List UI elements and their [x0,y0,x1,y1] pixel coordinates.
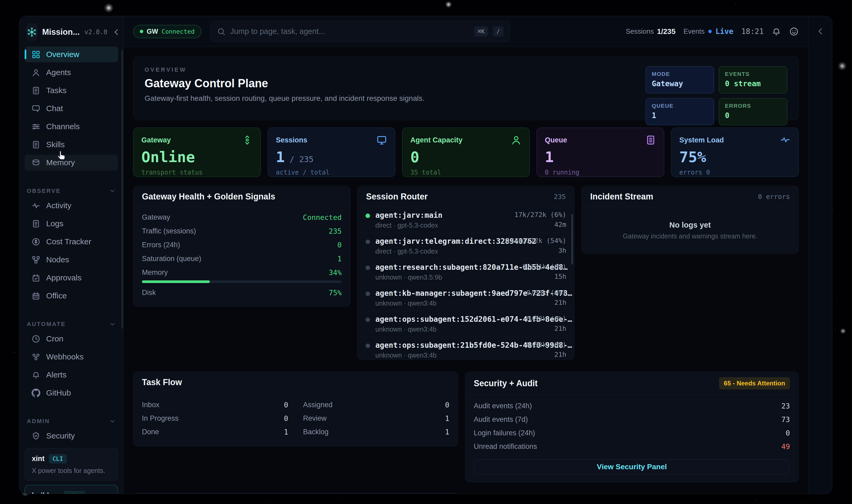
sidebar-item-agents[interactable]: Agents [25,65,118,80]
view-security-panel-button[interactable]: View Security Panel [474,459,790,474]
events-label: Events [684,27,705,36]
taskflow-col-left: Inbox0 In Progress0 Done1 [142,398,288,439]
empty-title: No logs yet [669,221,711,230]
health-row: GatewayConnected [142,210,342,224]
session-row[interactable]: agent:jarv:telegram:direct:328940762dire… [358,233,574,259]
right-panel-toggle[interactable] [816,27,825,36]
security-row: Login failures (24h)0 [474,426,790,440]
panel-title: Incident Stream [590,192,653,202]
panel-title: Security + Audit [474,378,538,388]
user-icon [32,68,40,77]
session-row[interactable]: agent:jarv:maindirect · gpt-5.3-codex 17… [358,207,574,233]
sidebar-header: Mission... v2.0.0 [25,22,118,47]
sidebar-item-nodes[interactable]: Nodes [25,252,118,268]
taskflow-row: In Progress0 [142,412,288,425]
clipped-bottom-panel [133,493,458,494]
badge-label: EVENTS [725,71,781,77]
chevron-left-icon [816,27,825,36]
sidebar-item-label: Agents [46,68,71,77]
sidebar-item-label: Channels [46,122,80,131]
session-row[interactable]: agent:ops:subagent:21b5fd0e-524b-48f0-99… [358,337,574,360]
topbar: GW Connected ⌘K / Sessions 1/235 Events … [124,16,808,47]
sidebar-item-alerts[interactable]: Alerts [25,367,118,383]
sessions-count: 1/235 [657,27,676,36]
sidebar-item-logs[interactable]: Logs [25,216,118,232]
star-glow [840,328,846,334]
session-row[interactable]: agent:ops:subagent:152d2061-e074-41fb-8e… [358,311,574,337]
promo-card-xint[interactable]: xint CLI X power tools for agents. [25,448,118,481]
network-logo-icon [26,27,37,37]
stat-card-gateway[interactable]: Gateway Online transport status [133,128,261,177]
notifications-button[interactable] [772,27,781,36]
security-audit-panel: Security + Audit 65 - Needs Attention Au… [465,372,799,482]
global-search[interactable]: ⌘K / [210,21,510,42]
sidebar-item-memory[interactable]: Memory [25,155,118,170]
promo-header: xint CLI [32,454,111,463]
chevron-down-icon [109,418,116,425]
stat-card-agent-capacity[interactable]: Agent Capacity 0 35 total [402,128,530,177]
sidebar-item-approvals[interactable]: Approvals [25,270,118,286]
health-row-disk: Disk75% [142,286,342,300]
sidebar-item-label: Chat [46,104,63,113]
section-admin[interactable]: ADMIN [27,418,116,425]
app-window: Mission... v2.0.0 Overview Agents Tasks [19,16,832,494]
gateway-connected-badge[interactable]: GW Connected [133,25,201,38]
sidebar-item-activity[interactable]: Activity [25,198,118,214]
section-observe[interactable]: OBSERVE [27,187,116,195]
empty-subtitle: Gateway incidents and warnings stream he… [623,232,757,240]
file-text-icon [32,86,40,95]
stat-label: Gateway [141,136,171,144]
sidebar-item-skills[interactable]: Skills [25,137,118,152]
sidebar-nav: Overview Agents Tasks Chat Channels Skil… [25,47,118,170]
sidebar-item-webhooks[interactable]: Webhooks [25,349,118,365]
panel-row: Gateway Health + Golden Signals GatewayC… [133,186,799,360]
hand-cursor [56,150,67,161]
page-subtitle: Gateway-first health, session routing, q… [145,94,424,103]
page-title: Gateway Control Plane [145,76,411,90]
sidebar-item-github[interactable]: GitHub [25,385,118,401]
session-row[interactable]: agent:research:subagent:820a711e-db5b-4e… [358,259,574,285]
sidebar-item-chat[interactable]: Chat [25,101,118,116]
sidebar-item-cost-tracker[interactable]: Cost Tracker [25,234,118,250]
health-row: Saturation (queue)1 [142,252,342,266]
stat-value: Online [141,150,253,164]
sidebar-item-tasks[interactable]: Tasks [25,83,118,98]
sidebar-item-security[interactable]: Security [25,428,118,444]
bell-icon [32,371,40,379]
gw-status: Connected [162,28,195,35]
shortcut-cmd-k: ⌘K [474,26,488,37]
promo-description: X power tools for agents. [32,467,111,474]
sidebar-collapse-button[interactable] [112,28,121,36]
sidebar-item-cron[interactable]: Cron [25,331,118,347]
star-glow [445,1,452,8]
events-badge: EVENTS 0 stream [719,66,787,93]
stat-sub: active / total [276,169,387,176]
session-router-panel: Session Router 235 agent:jarv:maindirect… [357,186,575,360]
promo-badge: CLI [49,454,67,463]
stat-card-system-load[interactable]: System Load 75% errors 0 [671,128,799,177]
stat-card-queue[interactable]: Queue 1 0 running [537,128,664,177]
stat-card-sessions[interactable]: Sessions 1 / 235 active / total [268,128,395,177]
star-glow [104,3,113,13]
sidebar-item-label: GitHub [46,388,71,397]
section-automate[interactable]: AUTOMATE [27,321,116,328]
health-row: Errors (24h)0 [142,238,342,252]
badge-label: ERRORS [725,103,781,109]
panel-title: Gateway Health + Golden Signals [142,192,275,202]
events-live: Live [715,27,733,36]
sidebar-item-office[interactable]: Office [25,288,118,304]
taskflow-row: Inbox0 [142,398,288,412]
search-input[interactable] [230,27,470,36]
sidebar-item-channels[interactable]: Channels [25,119,118,134]
search-icon [217,27,225,36]
promo-card-builderz[interactable]: builderz .dev AI-native dev shop · Solan… [25,485,118,494]
health-body: GatewayConnected Traffic (sessions)235 E… [133,207,350,306]
feedback-button[interactable] [789,27,799,36]
sidebar-item-overview[interactable]: Overview [25,47,118,62]
chevron-down-icon [109,187,116,195]
router-scrollbar[interactable] [572,214,573,265]
sidebar-scrollbar[interactable] [122,50,123,329]
sidebar-item-label: Security [46,431,75,440]
session-row[interactable]: agent:kb-manager:subagent:9aed797e-723f-… [358,285,574,311]
sidebar: Mission... v2.0.0 Overview Agents Tasks [19,16,124,494]
